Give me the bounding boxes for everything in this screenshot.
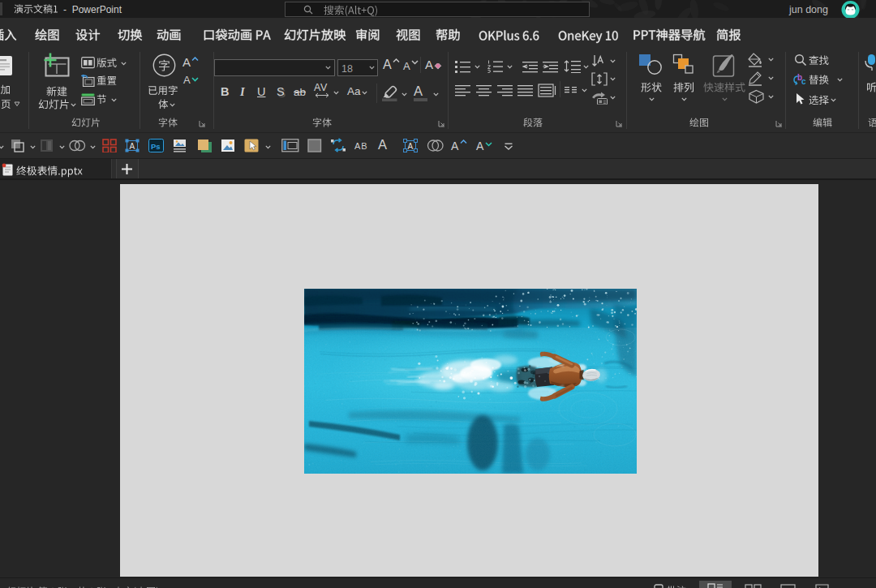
svg-text:Ps: Ps	[151, 142, 161, 151]
svg-text:A: A	[130, 142, 135, 151]
svg-text:c: c	[801, 77, 806, 86]
svg-text:A: A	[408, 142, 414, 151]
